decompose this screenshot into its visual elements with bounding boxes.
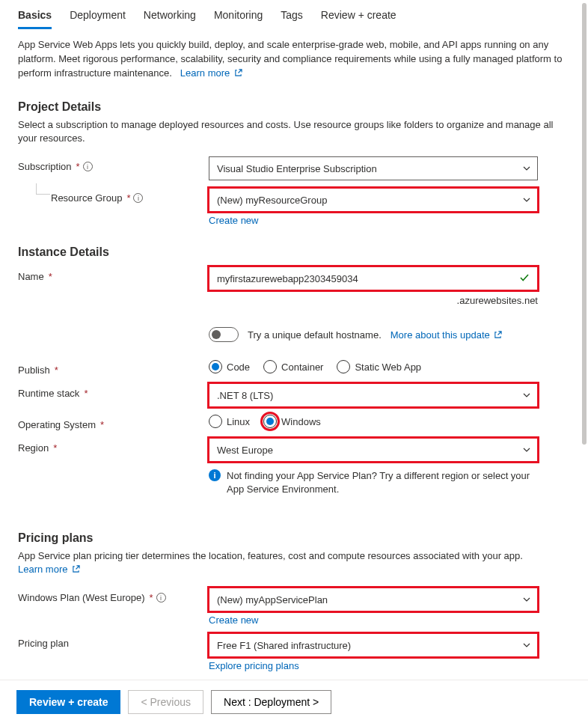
plan-value: (New) myAppServicePlan [217,594,328,605]
previous-button[interactable]: < Previous [128,690,203,714]
domain-suffix: .azurewebsites.net [209,295,538,306]
region-select[interactable]: West Europe [209,438,538,462]
tab-tags[interactable]: Tags [281,4,303,29]
name-input[interactable]: myfirstazurewebapp2303459034 [209,266,538,290]
plan-label: Windows Plan (West Europe) [18,592,145,603]
resource-group-value: (New) myResourceGroup [217,195,327,206]
scrollbar[interactable] [582,3,587,445]
unique-hostname-link[interactable]: More about this update [391,329,503,341]
pricing-plan-value: Free F1 (Shared infrastructure) [217,640,351,651]
os-label: Operating System [18,419,96,430]
publish-static-label: Static Web App [355,362,421,373]
tab-networking[interactable]: Networking [144,4,196,29]
resource-group-label: Resource Group [51,192,122,204]
tab-bar: Basics Deployment Networking Monitoring … [18,0,570,29]
review-create-button[interactable]: Review + create [16,690,120,714]
publish-code-label: Code [227,362,250,373]
intro-text: App Service Web Apps lets you quickly bu… [18,38,570,81]
subscription-label: Subscription [18,161,72,172]
external-link-icon [72,565,80,573]
required-indicator: * [55,364,58,376]
chevron-down-icon [522,195,531,204]
pricing-plan-label: Pricing plan [18,638,69,649]
required-indicator: * [150,592,153,603]
runtime-value: .NET 8 (LTS) [217,390,273,401]
publish-container-label: Container [281,362,323,373]
os-radio-linux[interactable]: Linux [209,415,250,428]
tab-deployment[interactable]: Deployment [70,4,126,29]
resource-group-select[interactable]: (New) myResourceGroup [209,188,538,212]
info-icon[interactable]: i [83,162,93,171]
plan-select[interactable]: (New) myAppServicePlan [209,588,538,611]
wizard-footer: Review + create < Previous Next : Deploy… [0,680,588,723]
pricing-desc: App Service plan pricing tier determines… [18,549,570,578]
required-indicator: * [76,161,80,172]
unique-hostname-toggle[interactable] [209,327,239,342]
resource-group-create-new-link[interactable]: Create new [209,215,258,226]
pricing-learn-more-link[interactable]: Learn more [18,564,80,575]
publish-radio-code[interactable]: Code [209,360,250,373]
plan-create-new-link[interactable]: Create new [209,614,258,626]
chevron-down-icon [522,391,531,400]
info-icon: i [209,469,221,481]
subscription-value: Visual Studio Enterprise Subscription [217,163,377,174]
subscription-select[interactable]: Visual Studio Enterprise Subscription [209,156,538,180]
runtime-select[interactable]: .NET 8 (LTS) [209,383,538,407]
next-button[interactable]: Next : Deployment > [211,690,331,714]
name-value: myfirstazurewebapp2303459034 [217,273,358,284]
external-link-icon [234,69,242,77]
os-windows-label: Windows [281,416,321,427]
required-indicator: * [100,419,104,430]
project-details-desc: Select a subscription to manage deployed… [18,118,570,147]
pricing-plan-select[interactable]: Free F1 (Shared infrastructure) [209,633,538,657]
publish-radio-static[interactable]: Static Web App [337,360,421,373]
os-radio-windows[interactable]: Windows [263,415,321,428]
tab-basics[interactable]: Basics [18,4,52,29]
name-label: Name [18,271,44,282]
required-indicator: * [53,442,57,454]
tab-monitoring[interactable]: Monitoring [214,4,263,29]
region-info-text: Not finding your App Service Plan? Try a… [227,469,538,496]
publish-radio-container[interactable]: Container [263,360,323,373]
chevron-down-icon [522,595,531,604]
required-indicator: * [126,192,130,204]
project-details-heading: Project Details [18,100,570,114]
unique-hostname-label: Try a unique default hostname. [248,329,382,341]
chevron-down-icon [522,445,531,454]
info-icon[interactable]: i [133,193,143,203]
external-link-icon [494,331,502,339]
intro-learn-more-link[interactable]: Learn more [180,67,242,79]
runtime-label: Runtime stack [18,388,79,399]
region-label: Region [18,442,49,454]
tab-review-create[interactable]: Review + create [321,4,396,29]
info-icon[interactable]: i [156,593,166,602]
region-value: West Europe [217,445,273,456]
chevron-down-icon [522,164,531,173]
explore-pricing-link[interactable]: Explore pricing plans [209,660,299,671]
required-indicator: * [49,271,52,282]
instance-details-heading: Instance Details [18,245,570,259]
publish-label: Publish [18,364,50,376]
pricing-heading: Pricing plans [18,531,570,545]
check-icon [519,272,530,285]
required-indicator: * [84,388,88,399]
os-linux-label: Linux [227,416,250,427]
chevron-down-icon [522,641,531,650]
intro-body: App Service Web Apps lets you quickly bu… [18,39,562,79]
